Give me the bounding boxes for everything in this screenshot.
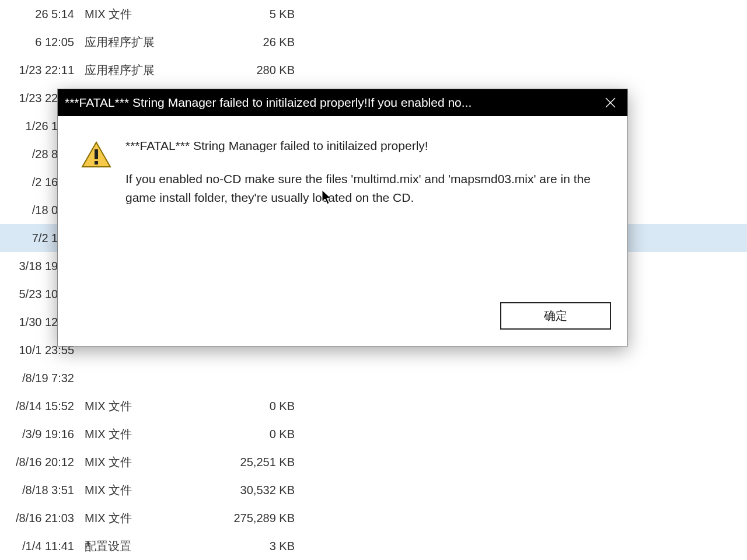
file-type: MIX 文件 [85, 398, 201, 414]
file-size: 280 KB [201, 64, 306, 77]
file-date: 26 5:14 [0, 8, 85, 21]
file-type: MIX 文件 [85, 6, 201, 22]
file-size: 26 KB [201, 36, 306, 49]
file-row[interactable]: /8/19 7:32 [0, 364, 747, 392]
file-date: /3/9 19:16 [0, 428, 85, 441]
file-size: 3 KB [201, 540, 306, 553]
file-row[interactable]: 6 12:05应用程序扩展26 KB [0, 28, 747, 56]
file-row[interactable]: /8/14 15:52MIX 文件0 KB [0, 392, 747, 420]
dialog-message-body: If you enabled no-CD make sure the files… [125, 170, 604, 208]
file-row[interactable]: /3/9 19:16MIX 文件0 KB [0, 420, 747, 448]
dialog-body: ***FATAL*** String Manager failed to ini… [58, 116, 627, 302]
svg-rect-3 [95, 149, 98, 159]
file-type: MIX 文件 [85, 454, 201, 470]
dialog-title: ***FATAL*** String Manager failed to ini… [65, 96, 594, 110]
file-size: 25,251 KB [201, 456, 306, 469]
close-icon[interactable] [594, 89, 627, 116]
dialog-titlebar[interactable]: ***FATAL*** String Manager failed to ini… [58, 89, 627, 116]
file-row[interactable]: /8/16 20:12MIX 文件25,251 KB [0, 448, 747, 476]
ok-button[interactable]: 确定 [500, 302, 611, 330]
file-row[interactable]: /1/4 11:41配置设置3 KB [0, 532, 747, 560]
file-type: 配置设置 [85, 538, 201, 554]
file-row[interactable]: /8/16 21:03MIX 文件275,289 KB [0, 504, 747, 532]
error-dialog: ***FATAL*** String Manager failed to ini… [57, 89, 628, 346]
file-date: 6 12:05 [0, 36, 85, 49]
file-type: MIX 文件 [85, 482, 201, 498]
file-row[interactable]: 26 5:14MIX 文件5 KB [0, 0, 747, 28]
file-date: 1/23 22:11 [0, 64, 85, 77]
file-date: /8/16 20:12 [0, 456, 85, 469]
file-row[interactable]: 1/23 22:11应用程序扩展280 KB [0, 56, 747, 84]
file-type: MIX 文件 [85, 510, 201, 526]
file-size: 275,289 KB [201, 512, 306, 525]
file-type: 应用程序扩展 [85, 34, 201, 50]
file-date: /8/18 3:51 [0, 484, 85, 497]
dialog-footer: 确定 [58, 302, 627, 346]
file-size: 5 KB [201, 8, 306, 21]
warning-icon [81, 140, 111, 170]
file-row[interactable]: /8/18 3:51MIX 文件30,532 KB [0, 476, 747, 504]
dialog-message: ***FATAL*** String Manager failed to ini… [125, 136, 604, 208]
dialog-message-heading: ***FATAL*** String Manager failed to ini… [125, 136, 604, 156]
file-date: /1/4 11:41 [0, 540, 85, 553]
svg-rect-4 [95, 161, 98, 164]
file-size: 0 KB [201, 400, 306, 413]
file-type: 应用程序扩展 [85, 62, 201, 78]
file-type: MIX 文件 [85, 426, 201, 442]
file-date: /8/14 15:52 [0, 400, 85, 413]
file-size: 0 KB [201, 428, 306, 441]
file-size: 30,532 KB [201, 484, 306, 497]
file-date: /8/19 7:32 [0, 372, 85, 385]
file-date: /8/16 21:03 [0, 512, 85, 525]
